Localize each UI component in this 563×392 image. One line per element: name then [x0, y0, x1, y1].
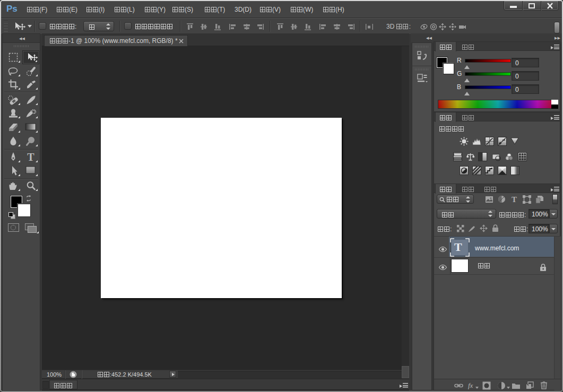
svg-text:T: T: [27, 151, 34, 163]
